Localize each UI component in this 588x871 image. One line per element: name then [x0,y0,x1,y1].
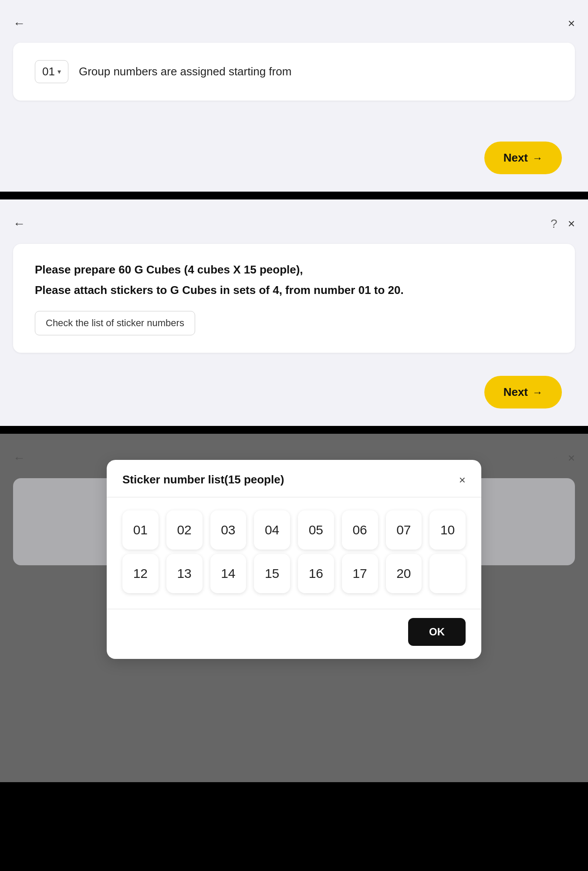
section1-card: 01 ▾ Group numbers are assigned starting… [13,43,575,101]
sticker-item: 17 [342,554,378,593]
section2: ← ? × Please prepare 60 G Cubes (4 cubes… [0,199,588,426]
dropdown-value: 01 [42,65,55,78]
next-button-2[interactable]: Next → [484,376,562,408]
sticker-item: 13 [166,554,203,593]
modal-footer: OK [107,609,481,659]
sticker-item: 01 [122,510,159,550]
section2-card: Please prepare 60 G Cubes (4 cubes X 15 … [13,244,575,353]
back-button-1[interactable]: ← [13,17,25,30]
sticker-item: 14 [210,554,247,593]
back-button-2[interactable]: ← [13,218,25,230]
group-number-dropdown[interactable]: 01 ▾ [35,60,68,83]
section1-navbar: ← × [13,17,575,30]
section3: ← ? × Sticker number list(15 people) × 0… [0,434,588,782]
close-button-2[interactable]: × [568,218,575,230]
close-button-1[interactable]: × [568,17,575,30]
divider-2 [0,426,588,434]
sticker-item: 12 [122,554,159,593]
next-label-1: Next [504,151,528,165]
sticker-item: 02 [166,510,203,550]
section2-navbar: ← ? × [13,217,575,231]
next-label-2: Next [504,385,528,399]
help-button-2[interactable]: ? [551,217,558,231]
sticker-item: 06 [342,510,378,550]
sticker-item: 03 [210,510,247,550]
sticker-item: 20 [386,554,422,593]
arrow-icon-1: → [532,152,543,164]
modal-close-button[interactable]: × [459,474,466,486]
sticker-number-modal: Sticker number list(15 people) × 0102030… [107,460,481,659]
sticker-grid-row2: 12131415161720 [122,554,466,593]
instruction-text1: Please prepare 60 G Cubes (4 cubes X 15 … [35,261,553,278]
sticker-item: 05 [298,510,334,550]
modal-body: 0102030405060710 12131415161720 [107,497,481,602]
card-description: Group numbers are assigned starting from [79,65,291,78]
ok-button[interactable]: OK [408,618,466,646]
chevron-down-icon: ▾ [57,68,61,76]
modal-title: Sticker number list(15 people) [122,473,284,486]
modal-overlay: Sticker number list(15 people) × 0102030… [0,434,588,782]
sticker-item: 15 [254,554,290,593]
sticker-item [429,554,466,593]
sticker-item: 10 [429,510,466,550]
section1: ← × 01 ▾ Group numbers are assigned star… [0,0,588,192]
check-sticker-list-button[interactable]: Check the list of sticker numbers [35,311,195,335]
instruction-text2: Please attach stickers to G Cubes in set… [35,282,553,299]
divider-1 [0,192,588,199]
sticker-item: 07 [386,510,422,550]
next-button-1[interactable]: Next → [484,142,562,174]
arrow-icon-2: → [532,386,543,398]
sticker-grid-row1: 0102030405060710 [122,510,466,550]
sticker-item: 04 [254,510,290,550]
sticker-item: 16 [298,554,334,593]
modal-header: Sticker number list(15 people) × [107,460,481,497]
